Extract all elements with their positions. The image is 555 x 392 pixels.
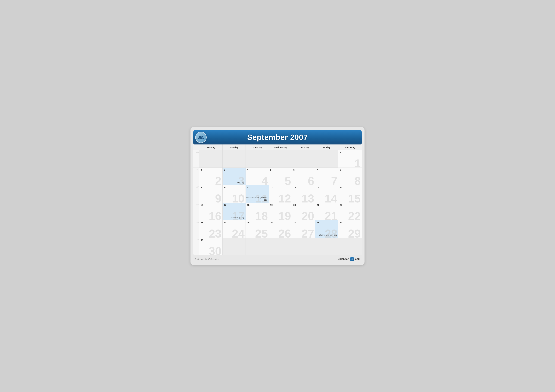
dow-row: Sunday Monday Tuesday Wednesday Thursday… xyxy=(193,144,362,150)
day-cell-19[interactable]: 1919 xyxy=(269,203,292,220)
ghost-num-5: 5 xyxy=(285,175,291,187)
day-num-4: 4 xyxy=(247,169,268,171)
day-num-11: 11 xyxy=(247,186,268,189)
day-cell-17[interactable]: 1717Citizenship Day xyxy=(223,203,246,220)
dow-tuesday: Tuesday xyxy=(246,144,269,150)
day-cell-empty xyxy=(315,238,339,255)
day-num-29: 29 xyxy=(340,221,360,224)
day-num-24: 24 xyxy=(224,221,244,224)
day-cell-empty xyxy=(292,238,315,255)
week-num-38: 38 xyxy=(193,203,199,220)
day-num-3: 3 xyxy=(224,169,244,171)
ghost-num-7: 7 xyxy=(331,175,337,187)
weeks-area: 3511362233Labor Day445566778837991010111… xyxy=(193,150,362,255)
ghost-num-30: 30 xyxy=(209,245,221,255)
ghost-num-20: 20 xyxy=(301,210,314,222)
day-cell-10[interactable]: 1010 xyxy=(223,185,246,203)
day-cell-22[interactable]: 2222 xyxy=(338,203,362,220)
ghost-num-19: 19 xyxy=(278,210,291,222)
day-cell-empty xyxy=(292,150,315,168)
ghost-num-10: 10 xyxy=(232,193,245,204)
day-cell-12[interactable]: 1212 xyxy=(269,185,292,203)
ghost-num-4: 4 xyxy=(262,175,268,187)
day-event-28: Native American Day xyxy=(319,234,337,236)
day-cell-11[interactable]: 1111Patriot Day or September 11th xyxy=(246,185,269,203)
ghost-num-26: 26 xyxy=(278,228,291,239)
day-num-20: 20 xyxy=(293,204,314,206)
day-cell-5[interactable]: 55 xyxy=(269,168,292,185)
day-cell-26[interactable]: 2626 xyxy=(269,220,292,238)
day-cell-4[interactable]: 44 xyxy=(246,168,269,185)
day-cell-9[interactable]: 99 xyxy=(199,185,223,203)
day-cell-empty xyxy=(223,150,246,168)
dow-wednesday: Wednesday xyxy=(269,144,292,150)
day-cell-2[interactable]: 22 xyxy=(199,168,223,185)
week-num-37: 37 xyxy=(193,185,199,203)
day-cell-14[interactable]: 1414 xyxy=(315,185,339,203)
day-num-13: 13 xyxy=(293,186,314,189)
day-cell-3[interactable]: 33Labor Day xyxy=(223,168,246,185)
day-cell-30[interactable]: 3030 xyxy=(199,238,223,255)
day-cell-8[interactable]: 88 xyxy=(338,168,362,185)
week-num-39: 39 xyxy=(193,220,199,238)
day-num-30: 30 xyxy=(201,239,221,241)
day-cell-29[interactable]: 2929 xyxy=(338,220,362,238)
day-cell-1[interactable]: 11 xyxy=(338,150,362,168)
day-cell-15[interactable]: 1515 xyxy=(338,185,362,203)
week-row-35: 3511 xyxy=(193,150,362,168)
day-cell-28[interactable]: 2828Native American Day xyxy=(315,220,339,238)
day-num-25: 25 xyxy=(247,221,268,224)
day-num-7: 7 xyxy=(317,169,337,171)
day-num-21: 21 xyxy=(317,204,337,206)
footer-suffix: .com xyxy=(355,258,360,261)
ghost-num-21: 21 xyxy=(325,210,337,222)
week-num-36: 36 xyxy=(193,168,199,185)
day-num-18: 18 xyxy=(247,204,268,206)
ghost-num-29: 29 xyxy=(348,228,361,239)
footer-365-badge: 365 xyxy=(350,257,354,261)
ghost-num-18: 18 xyxy=(255,210,268,222)
day-cell-25[interactable]: 2525 xyxy=(246,220,269,238)
day-cell-27[interactable]: 2727 xyxy=(292,220,315,238)
week-row-39: 39232324242525262627272828Native America… xyxy=(193,220,362,238)
ghost-num-6: 6 xyxy=(308,175,314,187)
day-cell-21[interactable]: 2121 xyxy=(315,203,339,220)
day-event-3: Labor Day xyxy=(236,181,244,184)
day-num-12: 12 xyxy=(270,186,291,189)
day-cell-empty xyxy=(246,238,269,255)
day-num-10: 10 xyxy=(224,186,244,189)
day-cell-7[interactable]: 77 xyxy=(315,168,339,185)
day-cell-20[interactable]: 2020 xyxy=(292,203,315,220)
day-cell-empty xyxy=(315,150,339,168)
day-cell-13[interactable]: 1313 xyxy=(292,185,315,203)
week-row-40: 403030 xyxy=(193,238,362,255)
day-num-8: 8 xyxy=(340,169,360,171)
day-num-15: 15 xyxy=(340,186,360,189)
day-cell-6[interactable]: 66 xyxy=(292,168,315,185)
day-event-11: Patriot Day or September 11th xyxy=(246,197,268,201)
day-cell-empty xyxy=(223,238,246,255)
day-cell-18[interactable]: 1818 xyxy=(246,203,269,220)
week-num-40: 40 xyxy=(193,238,199,255)
ghost-num-28: 28 xyxy=(325,228,337,239)
day-num-28: 28 xyxy=(317,221,337,224)
day-cell-empty xyxy=(338,238,362,255)
ghost-num-13: 13 xyxy=(301,193,314,204)
day-num-22: 22 xyxy=(340,204,360,206)
week-row-36: 362233Labor Day4455667788 xyxy=(193,168,362,185)
day-cell-16[interactable]: 1616 xyxy=(199,203,223,220)
day-num-5: 5 xyxy=(270,169,291,171)
calendar-body: Sunday Monday Tuesday Wednesday Thursday… xyxy=(193,144,362,255)
calendar-title: September 2007 xyxy=(247,133,308,142)
logo-text: 365 xyxy=(197,135,204,140)
day-num-27: 27 xyxy=(293,221,314,224)
week-num-35: 35 xyxy=(193,150,199,168)
day-num-26: 26 xyxy=(270,221,291,224)
ghost-num-15: 15 xyxy=(348,193,361,204)
day-cell-23[interactable]: 2323 xyxy=(199,220,223,238)
ghost-num-1: 1 xyxy=(354,158,361,169)
day-cell-empty xyxy=(246,150,269,168)
logo-badge: 365 xyxy=(195,132,207,143)
day-cell-24[interactable]: 2424 xyxy=(223,220,246,238)
day-cell-empty xyxy=(269,238,292,255)
